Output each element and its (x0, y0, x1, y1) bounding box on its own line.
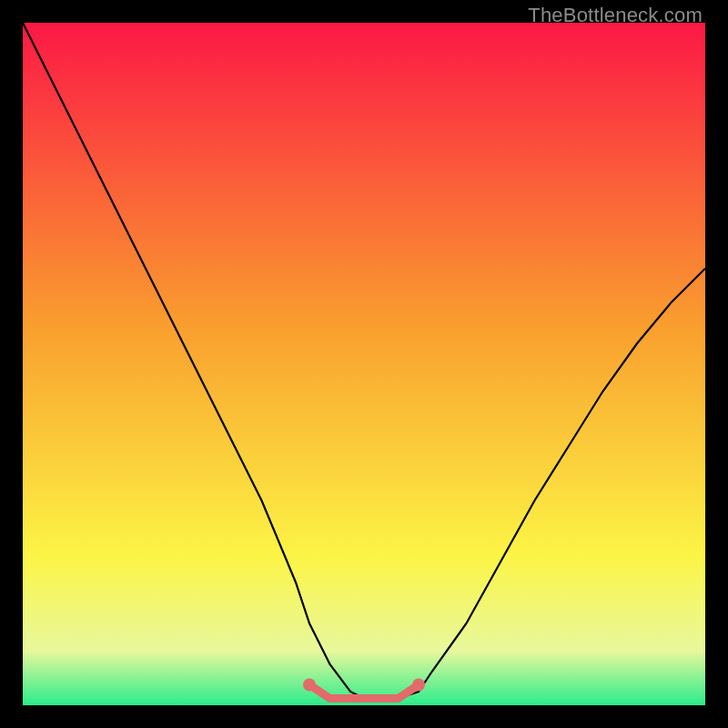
bottleneck-curve (23, 23, 705, 705)
highlight-dot (303, 679, 316, 692)
highlight-dot (412, 679, 425, 692)
watermark-text: TheBottleneck.com (528, 4, 703, 27)
chart-frame: TheBottleneck.com (0, 0, 728, 728)
plot-area (23, 23, 705, 705)
